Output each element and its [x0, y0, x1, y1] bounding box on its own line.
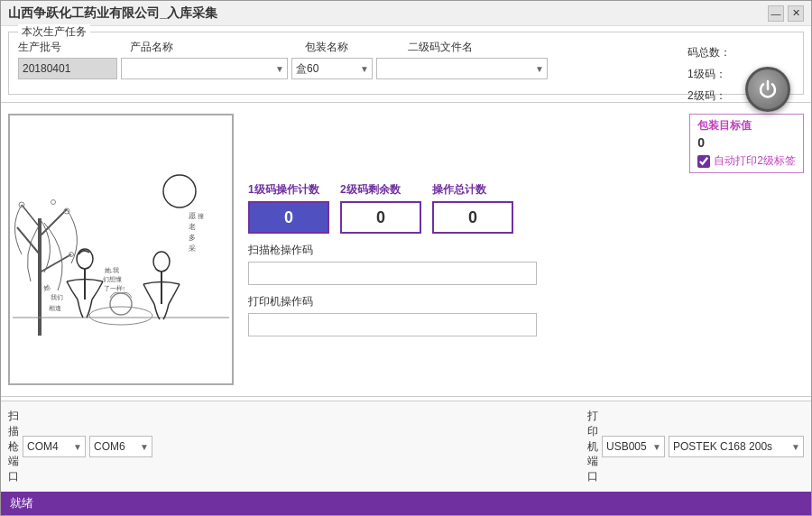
bottom-section: 扫 描 枪 端 口 COM4 COM1 COM2 COM3 ▼ COM6 COM… — [1, 401, 811, 492]
auto-print-label: 自动打印2级标签 — [714, 153, 796, 169]
code-totals: 码总数： 1级码： 2级码： — [687, 41, 731, 106]
svg-text:老: 老 — [189, 223, 196, 231]
level1-counter: 1级码操作计数 0 — [248, 182, 329, 234]
pack-target-value: 0 — [697, 135, 796, 150]
secondary-label: 二级码文件名 — [408, 40, 579, 55]
print-field-block: 打印机操作码 — [248, 294, 804, 336]
pack-target-section: 包装目标值 0 自动打印2级标签 — [248, 114, 804, 173]
print-model-select[interactable]: POSTEK C168 200s POSTEK C168 300s — [669, 436, 804, 457]
title-bar: 山西争跃化工药业有限公司_入库采集 — ✕ — [1, 1, 811, 26]
level2-counter-label: 2级码剩余数 — [340, 182, 421, 198]
scan-field-block: 扫描枪操作码 — [248, 243, 804, 285]
batch-label: 生产批号 — [18, 40, 126, 55]
window-title: 山西争跃化工药业有限公司_入库采集 — [8, 5, 217, 22]
power-icon — [757, 78, 779, 100]
svg-text:采: 采 — [189, 244, 196, 253]
secondary-select-wrapper: ▼ — [376, 58, 548, 79]
close-button[interactable]: ✕ — [788, 5, 804, 22]
total-counter-value: 0 — [432, 201, 513, 234]
pack-target-label: 包装目标值 — [697, 118, 796, 134]
scan-field-label: 扫描枪操作码 — [248, 243, 804, 258]
code-totals-label: 码总数： — [687, 41, 731, 63]
task-inputs-row: ▼ 盒60 ▼ ▼ — [18, 58, 794, 79]
scan-field-input[interactable] — [248, 262, 537, 285]
svg-text:愿: 愿 — [189, 212, 196, 220]
print-field-input[interactable] — [248, 313, 537, 336]
counters-row: 1级码操作计数 0 2级码剩余数 0 操作总计数 0 — [248, 182, 804, 234]
divider-2 — [1, 396, 811, 397]
level2-label: 2级码： — [687, 85, 731, 106]
auto-print-row: 自动打印2级标签 — [697, 153, 796, 169]
product-label: 产品名称 — [130, 40, 301, 55]
level1-counter-value: 0 — [248, 201, 329, 234]
minimize-button[interactable]: — — [768, 5, 784, 22]
product-select[interactable] — [121, 58, 288, 79]
scan-port-group: 扫 描 枪 端 口 COM4 COM1 COM2 COM3 ▼ COM6 COM… — [8, 409, 152, 484]
scan-com2-wrapper: COM6 COM1 COM2 COM3 COM4 COM5 ▼ — [89, 436, 152, 457]
level1-label: 1级码： — [687, 63, 731, 85]
secondary-select[interactable] — [376, 58, 548, 79]
title-controls: — ✕ — [768, 5, 804, 22]
main-content: 愿 老 多 采 撞 她 我们 相逢 她,我 们想懂 了一样! 包装目标值 0 — [1, 106, 811, 392]
level2-counter-value: 0 — [340, 201, 421, 234]
package-label: 包装名称 — [305, 40, 404, 55]
total-counter-label: 操作总计数 — [432, 182, 513, 198]
task-section: 本次生产任务 生产批号 产品名称 包装名称 二级码文件名 ▼ 盒60 ▼ — [8, 32, 804, 95]
print-port-group: 打 印 机 端 口 USB005 USB001 USB002 ▼ POSTEK … — [587, 409, 804, 484]
svg-rect-0 — [13, 164, 229, 336]
level2-counter: 2级码剩余数 0 — [340, 182, 421, 234]
batch-input[interactable] — [18, 58, 117, 79]
task-labels-row: 生产批号 产品名称 包装名称 二级码文件名 — [18, 40, 794, 55]
print-usb-wrapper: USB005 USB001 USB002 ▼ — [602, 436, 665, 457]
right-panel: 包装目标值 0 自动打印2级标签 1级码操作计数 0 2级码剩 — [248, 114, 804, 385]
svg-text:们想懂: 们想懂 — [103, 276, 122, 283]
scan-com1-select[interactable]: COM4 COM1 COM2 COM3 — [23, 436, 86, 457]
print-port-label: 打 印 机 端 口 — [587, 409, 598, 484]
package-select-wrapper: 盒60 ▼ — [291, 58, 373, 79]
level1-counter-label: 1级码操作计数 — [248, 182, 329, 198]
svg-text:了一样!: 了一样! — [104, 285, 125, 292]
product-select-wrapper: ▼ — [121, 58, 288, 79]
scan-port-label: 扫 描 枪 端 口 — [8, 409, 19, 484]
auto-print-checkbox[interactable] — [697, 155, 710, 168]
svg-text:撞: 撞 — [198, 213, 204, 220]
pack-target-box: 包装目标值 0 自动打印2级标签 — [689, 114, 804, 173]
package-select[interactable]: 盒60 — [291, 58, 373, 79]
svg-text:她,我: 她,我 — [105, 267, 119, 274]
svg-text:多: 多 — [189, 234, 196, 242]
print-model-wrapper: POSTEK C168 200s POSTEK C168 300s ▼ — [669, 436, 804, 457]
task-section-title: 本次生产任务 — [18, 24, 90, 40]
main-window: 山西争跃化工药业有限公司_入库采集 — ✕ 本次生产任务 生产批号 产品名称 包… — [0, 0, 812, 516]
total-counter: 操作总计数 0 — [432, 182, 513, 234]
power-button[interactable] — [745, 67, 790, 112]
svg-text:我们: 我们 — [51, 294, 63, 301]
image-area: 愿 老 多 采 撞 她 我们 相逢 她,我 们想懂 了一样! — [8, 114, 234, 385]
svg-text:相逢: 相逢 — [49, 305, 61, 312]
scan-com2-select[interactable]: COM6 COM1 COM2 COM3 COM4 COM5 — [89, 436, 152, 457]
status-bar: 就绪 — [1, 492, 811, 515]
scan-com1-wrapper: COM4 COM1 COM2 COM3 ▼ — [23, 436, 86, 457]
status-text: 就绪 — [10, 495, 33, 511]
print-usb-select[interactable]: USB005 USB001 USB002 — [602, 436, 665, 457]
print-field-label: 打印机操作码 — [248, 294, 804, 309]
illustration-svg: 愿 老 多 采 撞 她 我们 相逢 她,我 们想懂 了一样! — [13, 164, 229, 336]
